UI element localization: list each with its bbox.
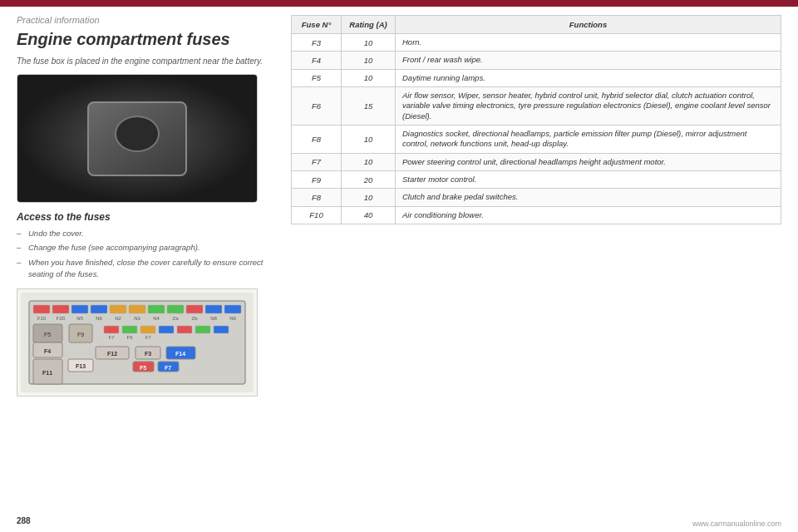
engine-image xyxy=(17,74,258,203)
functions-cell: Air conditioning blower. xyxy=(396,206,781,224)
functions-cell: Daytime running lamps. xyxy=(396,69,781,86)
svg-rect-28 xyxy=(104,326,119,333)
svg-rect-29 xyxy=(122,326,137,333)
page-container: Practical information Engine compartment… xyxy=(0,0,798,532)
section-header: Practical information xyxy=(17,15,266,25)
rating-cell: 40 xyxy=(342,206,396,224)
top-accent-bar xyxy=(0,0,798,7)
content-area: Practical information Engine compartment… xyxy=(0,7,798,532)
svg-text:F5: F5 xyxy=(126,335,133,340)
table-row: F810Diagnostics socket, directional head… xyxy=(292,126,781,154)
rating-cell: 10 xyxy=(342,34,396,52)
table-row: F615Air flow sensor, Wiper, sensor heate… xyxy=(292,87,781,126)
col-header-rating: Rating (A) xyxy=(342,16,396,34)
functions-cell: Air flow sensor, Wiper, sensor heater, h… xyxy=(396,87,781,126)
table-header-row: Fuse N° Rating (A) Functions xyxy=(292,16,781,34)
svg-text:F7: F7 xyxy=(108,335,115,340)
rating-cell: 15 xyxy=(342,87,396,126)
svg-text:F7: F7 xyxy=(145,335,151,340)
svg-rect-6 xyxy=(110,305,126,313)
engine-box xyxy=(87,101,187,176)
svg-rect-32 xyxy=(177,326,192,333)
svg-text:Zb: Zb xyxy=(191,316,198,321)
svg-text:F5: F5 xyxy=(140,365,146,371)
svg-text:F11: F11 xyxy=(42,370,52,376)
svg-text:F9: F9 xyxy=(77,332,84,337)
svg-rect-12 xyxy=(224,305,241,313)
fuse-table: Fuse N° Rating (A) Functions F310Horn.F4… xyxy=(291,15,781,224)
svg-text:N6: N6 xyxy=(96,316,102,321)
svg-text:F13: F13 xyxy=(76,363,86,369)
svg-rect-5 xyxy=(91,305,107,313)
svg-text:N3: N3 xyxy=(134,316,140,321)
rating-cell: 10 xyxy=(342,52,396,69)
left-panel: Practical information Engine compartment… xyxy=(17,15,283,524)
svg-text:F20: F20 xyxy=(57,316,66,321)
svg-text:N5: N5 xyxy=(76,316,83,321)
svg-text:F14: F14 xyxy=(175,351,185,357)
functions-cell: Starter motor control. xyxy=(396,171,781,189)
svg-rect-31 xyxy=(159,326,174,333)
table-row: F710Power steering control unit, directi… xyxy=(292,153,781,170)
svg-text:N8: N8 xyxy=(210,316,217,321)
svg-text:Za: Za xyxy=(172,316,179,321)
fuse-number-cell: F7 xyxy=(292,153,342,170)
rating-cell: 10 xyxy=(342,69,396,86)
access-title: Access to the fuses xyxy=(17,211,266,223)
svg-text:N2: N2 xyxy=(115,316,121,321)
functions-cell: Clutch and brake pedal switches. xyxy=(396,189,781,206)
svg-text:F4: F4 xyxy=(44,348,51,354)
rating-cell: 10 xyxy=(342,153,396,170)
svg-text:N9: N9 xyxy=(229,316,236,321)
fuse-number-cell: F8 xyxy=(292,189,342,206)
functions-cell: Horn. xyxy=(396,34,781,52)
functions-cell: Diagnostics socket, directional headlamp… xyxy=(396,126,781,154)
table-row: F310Horn. xyxy=(292,34,781,52)
rating-cell: 10 xyxy=(342,126,396,154)
svg-rect-30 xyxy=(140,326,155,333)
svg-rect-8 xyxy=(148,305,165,313)
col-header-functions: Functions xyxy=(396,16,781,34)
fuse-number-cell: F3 xyxy=(292,34,342,52)
website-text: www.carmanualonline.com xyxy=(692,520,781,528)
right-panel: Fuse N° Rating (A) Functions F310Horn.F4… xyxy=(283,15,781,524)
fuse-diagram-inner: F10 F20 N5 N6 N2 N3 N4 Za Zb N8 N9 F5 xyxy=(17,289,257,396)
table-row: F410Front / rear wash wipe. xyxy=(292,52,781,69)
access-step-3: When you have finished, close the cover … xyxy=(17,257,266,281)
svg-rect-9 xyxy=(167,305,184,313)
fuse-number-cell: F10 xyxy=(292,206,342,224)
fuse-number-cell: F6 xyxy=(292,87,342,126)
fuse-number-cell: F5 xyxy=(292,69,342,86)
engine-image-inner xyxy=(17,75,257,202)
fuse-number-cell: F8 xyxy=(292,126,342,154)
svg-rect-4 xyxy=(71,305,88,313)
rating-cell: 20 xyxy=(342,171,396,189)
fuse-diagram-svg: F10 F20 N5 N6 N2 N3 N4 Za Zb N8 N9 F5 xyxy=(21,293,254,392)
svg-text:F3: F3 xyxy=(145,351,151,357)
table-row: F810Clutch and brake pedal switches. xyxy=(292,189,781,206)
functions-cell: Front / rear wash wipe. xyxy=(396,52,781,69)
fuse-number-cell: F4 xyxy=(292,52,342,69)
svg-text:F12: F12 xyxy=(107,351,117,357)
section-title: Engine compartment fuses xyxy=(17,30,266,49)
access-step-1: Undo the cover. xyxy=(17,228,266,239)
table-row: F510Daytime running lamps. xyxy=(292,69,781,86)
svg-rect-11 xyxy=(205,305,222,313)
functions-cell: Power steering control unit, directional… xyxy=(396,153,781,170)
svg-rect-2 xyxy=(33,305,50,313)
access-list: Undo the cover. Change the fuse (see acc… xyxy=(17,228,266,280)
access-step-2: Change the fuse (see accompanying paragr… xyxy=(17,242,266,254)
description-text: The fuse box is placed in the engine com… xyxy=(17,56,266,67)
fuse-number-cell: F9 xyxy=(292,171,342,189)
table-row: F920Starter motor control. xyxy=(292,171,781,189)
svg-rect-10 xyxy=(186,305,203,313)
svg-rect-7 xyxy=(129,305,145,313)
table-row: F1040Air conditioning blower. xyxy=(292,206,781,224)
svg-rect-34 xyxy=(214,326,229,333)
col-header-fuse: Fuse N° xyxy=(292,16,342,34)
fuse-diagram: F10 F20 N5 N6 N2 N3 N4 Za Zb N8 N9 F5 xyxy=(17,288,258,397)
rating-cell: 10 xyxy=(342,189,396,206)
svg-text:F5: F5 xyxy=(44,332,51,337)
page-number: 288 xyxy=(17,516,31,525)
svg-rect-3 xyxy=(52,305,69,313)
